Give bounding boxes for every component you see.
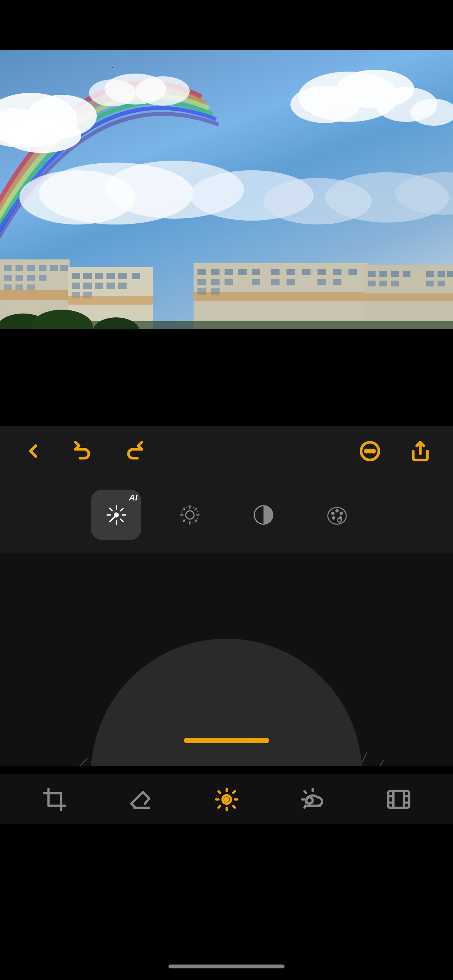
- svg-rect-91: [379, 281, 387, 286]
- svg-rect-165: [388, 791, 409, 807]
- svg-rect-42: [132, 273, 140, 279]
- svg-rect-64: [252, 269, 260, 275]
- photo-area: ·: [0, 0, 453, 379]
- svg-rect-84: [379, 271, 387, 277]
- svg-point-128: [331, 511, 335, 515]
- dial-indicator: [184, 738, 269, 743]
- undo-button[interactable]: [70, 437, 97, 464]
- svg-rect-77: [317, 279, 326, 285]
- svg-rect-63: [238, 269, 247, 275]
- svg-rect-47: [118, 283, 127, 289]
- svg-rect-68: [317, 269, 326, 275]
- bottom-toolbar: [0, 774, 453, 824]
- svg-rect-32: [4, 284, 12, 290]
- svg-rect-62: [225, 269, 233, 275]
- svg-rect-83: [368, 271, 376, 277]
- svg-point-132: [332, 516, 335, 519]
- svg-point-130: [340, 511, 343, 515]
- svg-rect-41: [118, 273, 127, 279]
- svg-line-162: [233, 791, 235, 793]
- svg-line-134: [76, 759, 87, 766]
- svg-rect-78: [333, 279, 341, 285]
- svg-rect-70: [348, 269, 357, 275]
- svg-point-3: [4, 118, 81, 153]
- svg-point-103: [372, 450, 374, 452]
- tool-selector: AI: [0, 476, 453, 553]
- svg-rect-79: [194, 292, 368, 301]
- svg-rect-50: [68, 296, 153, 305]
- dial-container: [52, 573, 401, 766]
- svg-rect-69: [333, 269, 341, 275]
- film-tool-button[interactable]: [379, 780, 418, 819]
- svg-rect-85: [391, 271, 399, 277]
- svg-rect-34: [27, 284, 35, 290]
- photo-canvas: ·: [0, 50, 453, 329]
- buildings-svg: [0, 236, 453, 329]
- crop-tool-button[interactable]: [35, 780, 74, 819]
- svg-line-157: [218, 791, 220, 793]
- svg-rect-38: [83, 273, 92, 279]
- svg-rect-39: [95, 273, 103, 279]
- back-button[interactable]: [19, 437, 46, 464]
- svg-text:·: ·: [112, 63, 113, 71]
- palette-tool-button[interactable]: [312, 490, 362, 540]
- svg-rect-46: [106, 283, 115, 289]
- svg-point-102: [369, 450, 371, 452]
- svg-rect-43: [72, 283, 80, 289]
- top-toolbar: [0, 426, 453, 476]
- svg-rect-72: [211, 279, 220, 285]
- svg-rect-89: [447, 271, 453, 277]
- svg-rect-94: [438, 281, 445, 286]
- svg-rect-88: [438, 271, 445, 277]
- svg-rect-81: [211, 288, 220, 295]
- svg-line-151: [362, 753, 367, 762]
- svg-rect-60: [197, 269, 206, 275]
- svg-rect-23: [15, 265, 23, 271]
- svg-line-161: [218, 806, 220, 807]
- svg-rect-24: [27, 265, 35, 271]
- svg-rect-92: [391, 281, 399, 286]
- svg-rect-33: [15, 284, 23, 290]
- svg-rect-90: [368, 281, 376, 286]
- svg-rect-65: [271, 269, 280, 275]
- redo-button[interactable]: [120, 437, 147, 464]
- svg-rect-40: [106, 273, 115, 279]
- dial-area[interactable]: [0, 553, 453, 766]
- svg-point-101: [365, 450, 367, 452]
- svg-rect-67: [302, 269, 311, 275]
- svg-point-129: [335, 509, 339, 512]
- svg-point-5: [89, 79, 136, 106]
- svg-rect-74: [252, 279, 260, 285]
- svg-rect-30: [27, 275, 35, 281]
- svg-line-158: [233, 806, 235, 807]
- svg-rect-86: [403, 271, 410, 277]
- contrast-tool-button[interactable]: [238, 490, 288, 540]
- svg-rect-73: [225, 279, 233, 285]
- weather-tool-button[interactable]: [293, 780, 332, 819]
- svg-point-9: [290, 86, 360, 123]
- svg-rect-75: [271, 279, 280, 285]
- more-options-button[interactable]: [356, 437, 383, 464]
- ai-label-badge: AI: [129, 493, 137, 503]
- light-bottom-button[interactable]: [207, 780, 246, 819]
- svg-line-152: [378, 761, 383, 766]
- light-tool-button[interactable]: [165, 490, 215, 540]
- toolbar-left: [19, 437, 147, 464]
- ai-enhance-button[interactable]: AI: [91, 490, 141, 540]
- buildings-layer: [0, 236, 453, 329]
- svg-rect-29: [15, 275, 23, 281]
- svg-rect-71: [197, 279, 206, 285]
- svg-rect-76: [287, 279, 295, 285]
- svg-rect-26: [50, 265, 58, 271]
- erase-tool-button[interactable]: [121, 780, 160, 819]
- svg-rect-45: [95, 283, 103, 289]
- home-indicator: [168, 965, 285, 968]
- svg-rect-27: [60, 265, 68, 271]
- svg-rect-87: [426, 271, 434, 277]
- svg-point-163: [225, 798, 228, 801]
- svg-rect-35: [0, 290, 70, 300]
- svg-rect-80: [197, 288, 206, 295]
- svg-rect-22: [4, 265, 12, 271]
- svg-rect-66: [287, 269, 295, 275]
- share-button[interactable]: [407, 437, 434, 464]
